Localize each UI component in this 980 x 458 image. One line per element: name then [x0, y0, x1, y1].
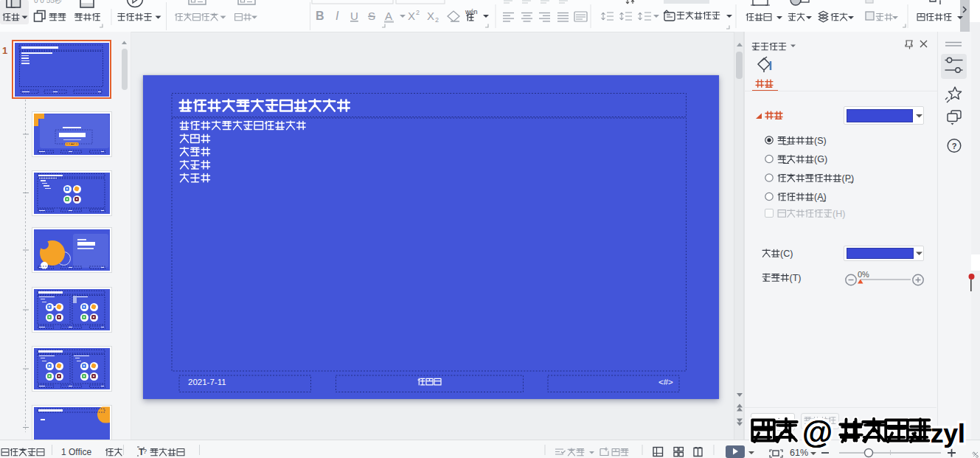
svg-text:?: ?: [952, 142, 957, 150]
svg-text:1 Office: 1 Office: [61, 447, 91, 457]
svg-text:2: 2: [435, 16, 439, 24]
svg-text:S: S: [368, 10, 375, 22]
svg-text:(T): (T): [790, 273, 802, 283]
svg-text:B: B: [316, 10, 324, 22]
svg-text:?: ?: [143, 448, 147, 455]
svg-text:A: A: [385, 10, 392, 22]
svg-text:X: X: [427, 10, 434, 22]
svg-text:@: @: [802, 415, 833, 450]
svg-text:0 0 55秒: 0 0 55秒: [34, 0, 63, 4]
svg-text:0%: 0%: [858, 270, 869, 279]
svg-text:(C): (C): [780, 249, 793, 259]
svg-text:(H): (H): [833, 209, 845, 219]
svg-text:I: I: [336, 10, 339, 22]
svg-text:X: X: [408, 10, 415, 22]
svg-text:(G): (G): [814, 154, 827, 164]
svg-text:2: 2: [416, 9, 420, 16]
svg-text:zyl: zyl: [931, 419, 965, 448]
svg-text:2021-7-11: 2021-7-11: [188, 378, 226, 386]
svg-text:<#>: <#>: [658, 378, 673, 386]
svg-text:1: 1: [2, 45, 7, 56]
svg-text:(S): (S): [814, 136, 827, 146]
svg-text:U: U: [350, 10, 358, 22]
